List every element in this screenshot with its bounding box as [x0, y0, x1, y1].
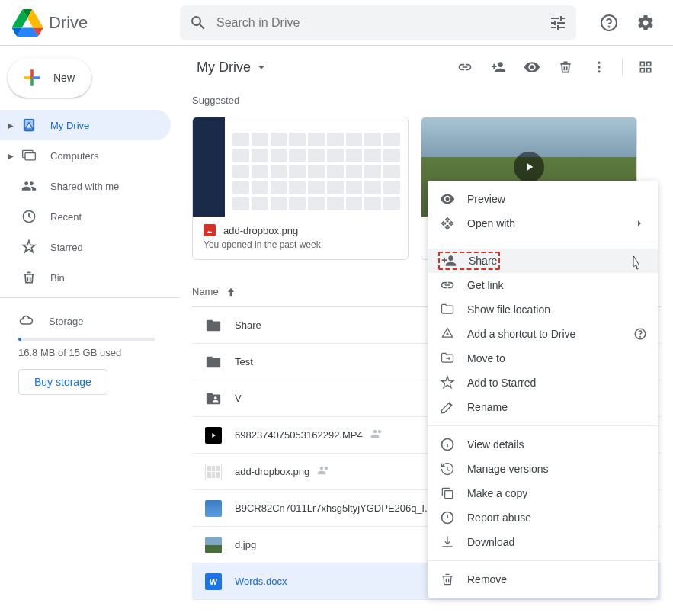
nav-storage[interactable]: Storage [18, 306, 162, 336]
nav-recent[interactable]: Recent [0, 201, 171, 232]
info-icon [440, 437, 455, 452]
menu-move-to[interactable]: Move to [428, 346, 658, 371]
menu-label: Make a copy [467, 487, 527, 499]
search-icon [189, 14, 207, 32]
delete-button[interactable] [550, 52, 581, 82]
menu-add-starred[interactable]: Add to Starred [428, 371, 658, 395]
breadcrumb-label: My Drive [197, 59, 251, 75]
caret-icon: ▶ [6, 152, 15, 160]
eye-icon [524, 59, 540, 75]
file-name: Share [235, 319, 261, 331]
buy-storage-button[interactable]: Buy storage [18, 369, 107, 395]
pencil-icon [440, 399, 455, 415]
app-name: Drive [49, 13, 88, 33]
link-icon [457, 59, 473, 75]
file-name: d.jpg [235, 539, 256, 550]
column-name: Name [192, 286, 219, 297]
menu-add-shortcut[interactable]: Add a shortcut to Drive [428, 322, 658, 346]
menu-show-location[interactable]: Show file location [428, 297, 658, 322]
trash-icon [21, 270, 37, 285]
file-type-icon [204, 499, 223, 518]
grid-icon [638, 59, 653, 75]
shared-icon [317, 464, 331, 480]
file-type-icon [204, 390, 223, 408]
file-type-icon [204, 536, 223, 554]
menu-label: Share [469, 255, 497, 267]
drive-logo[interactable]: Drive [12, 8, 180, 38]
more-vert-icon [591, 59, 607, 75]
search-input[interactable] [216, 16, 549, 30]
menu-make-copy[interactable]: Make a copy [428, 481, 658, 505]
svg-rect-17 [445, 491, 453, 499]
menu-label: Report abuse [467, 512, 531, 524]
eye-icon [440, 191, 455, 207]
preview-button[interactable] [517, 52, 547, 82]
person-add-icon [491, 59, 506, 75]
menu-get-link[interactable]: Get link [428, 273, 658, 297]
menu-preview[interactable]: Preview [428, 187, 658, 211]
more-button[interactable] [584, 52, 614, 82]
computer-icon [21, 148, 37, 163]
svg-point-6 [598, 62, 600, 64]
nav-label: Shared with me [50, 181, 119, 192]
shared-icon [370, 427, 384, 443]
menu-label: Show file location [467, 303, 550, 316]
copy-icon [440, 486, 455, 501]
menu-remove[interactable]: Remove [428, 567, 658, 592]
menu-label: Add a shortcut to Drive [467, 328, 575, 340]
nav-starred[interactable]: Starred [0, 232, 171, 262]
menu-rename[interactable]: Rename [428, 395, 658, 419]
nav-my-drive[interactable]: ▶ My Drive [0, 110, 171, 140]
nav-computers[interactable]: ▶ Computers [0, 140, 171, 171]
search-options-icon[interactable] [549, 14, 567, 32]
menu-label: Remove [467, 573, 507, 586]
share-button[interactable] [483, 52, 514, 82]
menu-view-details[interactable]: View details [428, 432, 658, 457]
dropdown-icon [254, 59, 269, 75]
drive-logo-icon [12, 8, 43, 38]
view-toggle-button[interactable] [630, 52, 661, 82]
cloud-icon [18, 313, 34, 328]
menu-download[interactable]: Download [428, 530, 658, 554]
download-icon [440, 534, 455, 550]
menu-label: Rename [467, 401, 508, 413]
menu-open-with[interactable]: Open with [428, 211, 658, 236]
caret-icon: ▶ [6, 121, 15, 130]
shortcut-icon [440, 326, 455, 342]
search-bar[interactable] [180, 5, 576, 40]
file-name: V [235, 393, 242, 404]
svg-point-1 [609, 26, 610, 27]
file-name: Test [235, 356, 253, 367]
help-icon[interactable] [633, 327, 647, 341]
new-button[interactable]: New [8, 58, 91, 98]
menu-manage-versions[interactable]: Manage versions [428, 457, 658, 481]
image-icon [204, 224, 216, 236]
menu-label: Open with [467, 217, 515, 229]
file-name: B9CR82Cn7011Lr7xhsg5ltyjYGDPE206q_l… [235, 502, 434, 514]
open-with-icon [440, 216, 455, 231]
settings-button[interactable] [630, 8, 661, 38]
menu-share[interactable]: Share [428, 249, 658, 273]
svg-rect-10 [647, 62, 651, 66]
nav-label: My Drive [50, 120, 89, 131]
new-button-label: New [53, 72, 75, 84]
nav-bin[interactable]: Bin [0, 262, 171, 293]
nav-label: Recent [50, 211, 82, 223]
help-button[interactable] [594, 8, 624, 38]
drive-icon [21, 117, 37, 133]
suggested-card[interactable]: add-dropbox.png You opened in the past w… [192, 117, 409, 260]
svg-point-8 [598, 70, 600, 72]
help-icon [600, 14, 618, 32]
sort-asc-icon [225, 286, 237, 298]
breadcrumb[interactable]: My Drive [192, 56, 274, 79]
svg-rect-9 [640, 62, 644, 66]
svg-rect-13 [204, 224, 216, 236]
file-type-icon [204, 316, 223, 335]
file-name: add-dropbox.png [235, 466, 309, 477]
nav-shared[interactable]: Shared with me [0, 171, 171, 201]
svg-rect-12 [647, 69, 651, 72]
file-type-icon [204, 353, 223, 371]
menu-report-abuse[interactable]: Report abuse [428, 505, 658, 530]
get-link-button[interactable] [450, 52, 480, 82]
chevron-right-icon [633, 217, 646, 229]
